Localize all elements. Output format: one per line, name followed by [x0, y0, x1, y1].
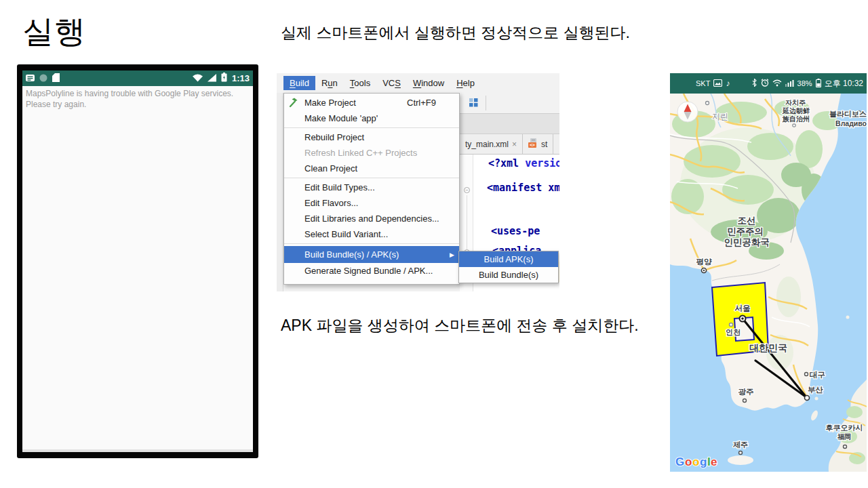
svg-text:G: G — [675, 455, 684, 468]
screen-bottom-strip — [22, 449, 253, 452]
submenu-arrow-icon: ▶ — [450, 251, 454, 258]
alarm-icon — [761, 79, 769, 88]
menu-separator — [284, 243, 459, 244]
status-time: 오후 10:32 — [825, 78, 863, 89]
project-structure-icon[interactable] — [469, 98, 478, 109]
label-north-korea-2: 민주주의 — [727, 226, 764, 237]
menu-item-build-bundles-apks[interactable]: Build Bundle(s) / APK(s) ▶ — [284, 246, 459, 263]
island-jeju — [728, 455, 753, 465]
menu-item-shortcut: Ctrl+F9 — [407, 98, 452, 108]
notification-icon — [26, 73, 35, 85]
error-message-line2: Please try again. — [26, 100, 250, 110]
menu-separator — [284, 127, 459, 128]
menu-item-select-build-variant[interactable]: Select Build Variant... — [284, 226, 459, 242]
xml-file-icon: <> — [528, 138, 538, 150]
label-north-korea-3: 인민공화국 — [724, 237, 770, 247]
label-busan: 부산 — [808, 386, 824, 394]
google-logo: G o o g l e — [675, 455, 717, 468]
tab-strings-xml[interactable]: <> st — [523, 134, 553, 154]
svg-text:o: o — [692, 455, 699, 468]
left-phone-screenshot: 1:13 MapsPolyline is having trouble with… — [17, 64, 258, 458]
label-vladivostok-ko: 블라디보스 — [829, 110, 867, 118]
menu-separator — [284, 178, 459, 178]
wifi-icon — [772, 79, 782, 88]
wifi-icon — [193, 73, 203, 85]
right-status-bar: SKT ♪ 38% 오후 10:32 — [670, 73, 867, 94]
slide-title: 실행 — [22, 11, 86, 53]
label-pyongyang: 평양 — [696, 258, 713, 266]
menu-bar: Build Run Tools VCS Window Help — [283, 73, 481, 93]
google-map[interactable]: 지린 자치주 延边朝鲜 族自治州 블라디보스 Владиво 조선 민주주의 인… — [670, 94, 867, 472]
marker-fukuoka — [844, 445, 847, 449]
menu-item-label: Make Project — [304, 98, 356, 108]
svg-text:g: g — [700, 455, 707, 468]
label-north-korea-1: 조선 — [738, 216, 756, 226]
tab-label: st — [541, 140, 547, 149]
label-south-korea: 대한민국 — [749, 342, 787, 353]
build-apk-submenu: Build APK(s) Build Bundle(s) — [458, 251, 559, 283]
menu-item-edit-libraries[interactable]: Edit Libraries and Dependencies... — [284, 211, 459, 226]
right-phone-screenshot: SKT ♪ 38% 오후 10:32 — [670, 73, 867, 472]
bluetooth-icon — [751, 79, 757, 88]
compass-button[interactable] — [677, 102, 698, 122]
left-phone-screen: 1:13 MapsPolyline is having trouble with… — [22, 70, 253, 452]
marker-incheon — [730, 323, 733, 327]
label-yanbian-2: 延边朝鲜 — [782, 107, 810, 115]
photo-icon — [713, 79, 722, 88]
menu-help[interactable]: Help — [450, 76, 481, 90]
code-line: <?xml versio — [488, 157, 559, 169]
error-message: MapsPolyline is having trouble with Goog… — [22, 86, 253, 113]
svg-text:e: e — [711, 455, 717, 468]
label-jeju: 제주 — [733, 441, 748, 449]
menu-item-make-module[interactable]: Make Module 'app' — [284, 110, 459, 126]
menu-tools[interactable]: Tools — [344, 76, 376, 90]
sim-card-icon — [52, 73, 60, 85]
code-line: <manifest xm — [487, 182, 559, 194]
hammer-icon — [289, 98, 299, 110]
label-yanbian-3: 族自治州 — [782, 115, 810, 123]
tab-label: ty_main.xml — [465, 140, 509, 149]
build-menu-dropdown: Make Project Ctrl+F9 Make Module 'app' R… — [283, 93, 460, 285]
menu-item-rebuild-project[interactable]: Rebuild Project — [284, 129, 459, 145]
submenu-item-build-bundle[interactable]: Build Bundle(s) — [459, 267, 558, 283]
signal-icon — [208, 73, 216, 85]
menu-item-refresh-linked-cpp: Refresh Linked C++ Projects — [284, 145, 459, 161]
code-line: <uses-pe — [491, 225, 540, 237]
menu-window[interactable]: Window — [407, 76, 450, 90]
signal-icon — [785, 79, 794, 88]
music-note-icon: ♪ — [726, 79, 730, 88]
label-jilin: 지린 — [712, 112, 728, 121]
menu-vcs[interactable]: VCS — [376, 76, 407, 90]
status-time: 1:13 — [232, 73, 250, 83]
menu-item-edit-build-types[interactable]: Edit Build Types... — [284, 180, 459, 195]
menu-item-generate-signed-bundle[interactable]: Generate Signed Bundle / APK... — [284, 263, 459, 279]
carrier-label: SKT — [696, 79, 710, 87]
presentation-slide: 실행 실제 스마트폰에서 실행하면 정상적으로 실행된다. APK 파일을 생성… — [0, 0, 868, 488]
slide-caption: APK 파일을 생성하여 스마트폰에 전송 후 설치한다. — [281, 315, 639, 336]
fold-marker[interactable]: − — [464, 187, 470, 193]
fold-guide-line — [467, 195, 467, 249]
menu-item-clean-project[interactable]: Clean Project — [284, 161, 459, 176]
label-daegu: 대구 — [810, 371, 825, 379]
menu-build[interactable]: Build — [283, 76, 315, 90]
close-icon[interactable]: × — [512, 140, 517, 149]
marker-jeju — [739, 451, 743, 455]
left-status-bar: 1:13 — [22, 70, 253, 86]
label-yanbian-1: 자치주 — [785, 99, 806, 106]
submenu-item-build-apk[interactable]: Build APK(s) — [459, 251, 558, 267]
label-incheon: 인천 — [726, 328, 741, 336]
editor-tabs: ty_main.xml × <> st — [460, 134, 559, 155]
navigation-band — [460, 113, 559, 134]
toolbar-separator — [486, 96, 486, 110]
label-vladivostok-ru: Владиво — [835, 119, 867, 127]
mute-icon — [39, 73, 47, 85]
tab-activity-main-xml[interactable]: ty_main.xml × — [460, 134, 523, 154]
battery-icon — [816, 79, 821, 89]
menu-item-make-project[interactable]: Make Project Ctrl+F9 — [284, 95, 459, 110]
error-message-line1: MapsPolyline is having trouble with Goog… — [26, 89, 250, 100]
android-studio-screenshot: Build Run Tools VCS Window Help ty_main.… — [277, 73, 559, 291]
slide-subtitle: 실제 스마트폰에서 실행하면 정상적으로 실행된다. — [281, 22, 630, 43]
menu-item-edit-flavors[interactable]: Edit Flavors... — [284, 195, 459, 211]
marker-gwangju — [743, 399, 747, 403]
menu-run[interactable]: Run — [315, 76, 344, 90]
